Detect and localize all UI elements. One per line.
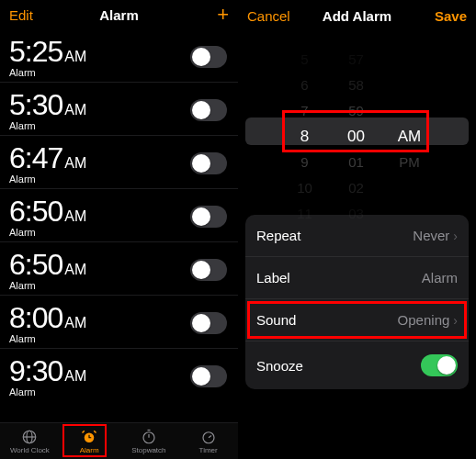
alarm-toggle[interactable]	[190, 152, 227, 174]
picker-hours[interactable]: 567891011	[282, 47, 328, 203]
picker-item: 59	[334, 98, 380, 124]
alarm-ampm: AM	[64, 155, 86, 172]
picker-item: AM	[387, 124, 433, 150]
snooze-row: Snooze	[245, 341, 469, 389]
picker-item: 58	[334, 73, 380, 98]
label-value: Alarm	[422, 270, 458, 285]
picker-minutes[interactable]: 57585900010203	[334, 47, 380, 203]
picker-item	[387, 98, 433, 124]
alarm-ampm: AM	[64, 208, 86, 225]
alarm-title: Alarm	[0, 7, 238, 23]
stopwatch-icon	[141, 429, 157, 445]
picker-item: 00	[334, 124, 380, 150]
repeat-label: Repeat	[256, 228, 300, 243]
alarm-label: Alarm	[9, 280, 86, 291]
picker-item	[387, 47, 433, 73]
alarm-toggle[interactable]	[190, 365, 227, 387]
alarm-toggle[interactable]	[190, 206, 227, 228]
label-label: Label	[256, 270, 290, 285]
alarm-toggle[interactable]	[190, 312, 227, 334]
alarm-label: Alarm	[9, 227, 86, 238]
alarm-time: 5:25	[9, 35, 62, 69]
alarm-ampm: AM	[64, 368, 86, 385]
alarm-row[interactable]: 5:30AMAlarm	[0, 83, 238, 136]
time-picker[interactable]: 567891011 57585900010203 AMPM	[238, 40, 476, 196]
label-row[interactable]: Label Alarm	[245, 257, 469, 299]
picker-item: 6	[282, 73, 328, 98]
alarm-row[interactable]: 8:00AMAlarm	[0, 296, 238, 349]
cancel-button[interactable]: Cancel	[247, 8, 290, 24]
tab-label: Timer	[199, 446, 218, 454]
picker-item: 8	[282, 124, 328, 150]
sound-row[interactable]: Sound Opening›	[245, 299, 469, 341]
picker-item	[387, 73, 433, 98]
globe-icon	[21, 429, 38, 445]
snooze-label: Snooze	[256, 358, 303, 374]
tab-label: Alarm	[80, 446, 99, 454]
alarm-icon	[81, 429, 97, 445]
alarm-time: 6:50	[9, 248, 62, 282]
picker-item	[387, 201, 433, 227]
alarm-row[interactable]: 6:50AMAlarm	[0, 189, 238, 242]
tab-stopwatch[interactable]: Stopwatch	[119, 423, 179, 459]
alarm-time: 6:50	[9, 195, 62, 229]
alarm-ampm: AM	[64, 315, 86, 331]
tab-world-clock[interactable]: World Clock	[0, 423, 60, 459]
edit-button[interactable]: Edit	[9, 7, 33, 23]
picker-item: 02	[334, 175, 380, 201]
add-alarm-screen: Cancel Add Alarm Save 567891011 57585900…	[238, 0, 476, 459]
alarm-toggle[interactable]	[190, 259, 227, 281]
sound-value: Opening	[398, 312, 450, 328]
alarm-toggle[interactable]	[190, 99, 227, 121]
picker-item	[387, 175, 433, 201]
chevron-right-icon: ›	[453, 229, 458, 243]
tab-label: Stopwatch	[131, 446, 165, 454]
alarm-row[interactable]: 6:50AMAlarm	[0, 242, 238, 296]
sound-label: Sound	[256, 312, 296, 328]
alarm-ampm: AM	[64, 49, 86, 65]
alarm-ampm: AM	[64, 102, 86, 118]
picker-item: 01	[334, 150, 380, 175]
alarm-topbar: Edit Alarm +	[0, 0, 238, 29]
alarm-ampm: AM	[64, 262, 86, 278]
repeat-value: Never	[413, 228, 449, 243]
tab-timer[interactable]: Timer	[178, 423, 238, 459]
alarm-label: Alarm	[9, 120, 86, 131]
alarm-time: 8:00	[9, 301, 62, 335]
add-alarm-button[interactable]: +	[217, 3, 229, 27]
picker-item: 03	[334, 201, 380, 227]
chevron-right-icon: ›	[453, 313, 458, 328]
alarm-label: Alarm	[9, 67, 86, 78]
picker-ampm[interactable]: AMPM	[387, 47, 433, 203]
add-alarm-topbar: Cancel Add Alarm Save	[238, 0, 476, 31]
tab-bar: World Clock Alarm Stopwatch Timer	[0, 422, 238, 459]
alarm-time: 6:47	[9, 141, 62, 175]
picker-item: 9	[282, 150, 328, 175]
picker-item: 10	[282, 175, 328, 201]
picker-item: PM	[387, 150, 433, 175]
alarm-toggle[interactable]	[190, 46, 227, 68]
picker-item: 11	[282, 201, 328, 227]
alarm-settings: Repeat Never› Label Alarm Sound Opening›…	[245, 215, 469, 389]
alarm-row[interactable]: 6:47AMAlarm	[0, 136, 238, 189]
alarm-time: 5:30	[9, 88, 62, 122]
alarm-list[interactable]: 5:25AMAlarm5:30AMAlarm6:47AMAlarm6:50AMA…	[0, 29, 238, 426]
timer-icon	[200, 429, 217, 445]
alarm-row[interactable]: 5:25AMAlarm	[0, 29, 238, 83]
alarm-time: 9:30	[9, 354, 62, 388]
save-button[interactable]: Save	[435, 8, 467, 24]
snooze-toggle[interactable]	[421, 354, 458, 376]
svg-line-8	[209, 435, 211, 437]
alarm-row[interactable]: 9:30AMAlarm	[0, 349, 238, 401]
alarm-label: Alarm	[9, 174, 86, 185]
alarm-label: Alarm	[9, 386, 86, 397]
picker-item: 57	[334, 47, 380, 73]
tab-alarm[interactable]: Alarm	[60, 423, 119, 459]
alarm-list-screen: Edit Alarm + 5:25AMAlarm5:30AMAlarm6:47A…	[0, 0, 238, 459]
picker-item: 7	[282, 98, 328, 124]
tab-label: World Clock	[10, 446, 50, 454]
picker-item: 5	[282, 47, 328, 73]
alarm-label: Alarm	[9, 333, 86, 344]
